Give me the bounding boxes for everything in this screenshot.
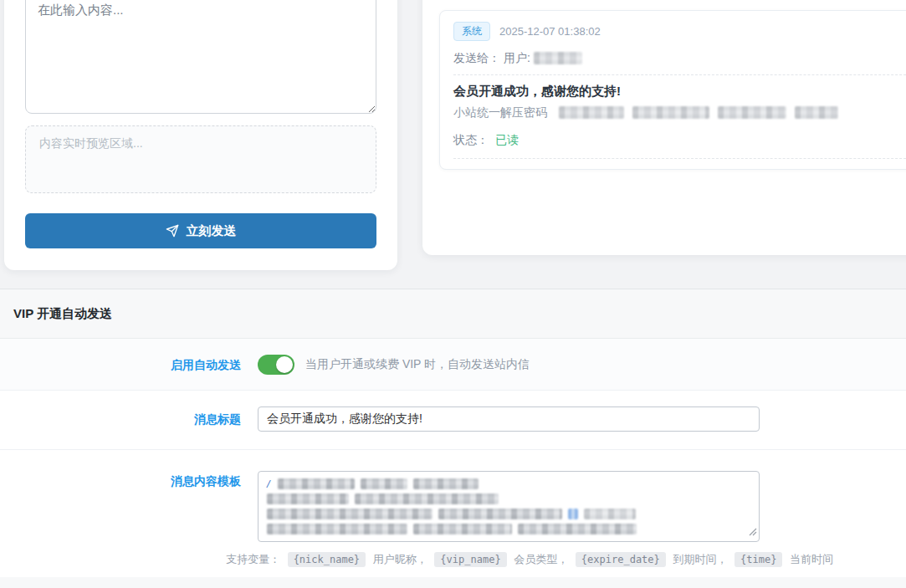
var-desc-time: 当前时间 — [790, 553, 833, 565]
toggle-knob — [276, 356, 293, 373]
variables-prefix: 支持变量： — [226, 553, 280, 565]
redacted-text — [568, 509, 578, 519]
message-title-row: 消息标题 — [0, 391, 906, 450]
var-chip-expire-date: {expire_date} — [576, 552, 666, 567]
message-body-line: 小站统一解压密码 — [453, 105, 906, 120]
auto-send-toggle[interactable] — [258, 355, 294, 375]
preview-placeholder: 内容实时预览区域... — [39, 136, 143, 150]
body-prefix: 小站统一解压密码 — [453, 105, 547, 119]
redacted-text — [718, 106, 786, 119]
message-title: 会员开通成功，感谢您的支持! — [453, 84, 906, 100]
divider — [453, 74, 906, 75]
recipient-prefix: 用户: — [504, 51, 530, 64]
var-chip-vip-name: {vip_name} — [434, 552, 506, 567]
var-desc-expire-date: 到期时间， — [673, 553, 727, 565]
message-header-row: 系统 2025-12-07 01:38:02 — [453, 22, 906, 41]
recipient-label: 发送给： — [453, 51, 500, 64]
var-chip-time: {time} — [735, 552, 782, 567]
var-chip-nick-name: {nick_name} — [288, 552, 366, 567]
template-line — [267, 523, 750, 535]
redacted-text — [267, 524, 407, 534]
send-button[interactable]: 立刻发送 — [25, 213, 376, 248]
enable-auto-send-label: 启用自动发送 — [0, 355, 241, 375]
redacted-text — [632, 106, 709, 119]
system-badge: 系统 — [453, 22, 490, 41]
redacted-text — [795, 106, 838, 119]
redacted-text — [559, 106, 624, 119]
enable-auto-send-row: 启用自动发送 当用户开通或续费 VIP 时，自动发送站内信 — [0, 339, 906, 391]
redacted-text — [278, 478, 355, 489]
status-value: 已读 — [495, 133, 519, 146]
divider — [453, 158, 906, 159]
redacted-recipient — [534, 52, 582, 64]
message-timestamp: 2025-12-07 01:38:02 — [499, 25, 601, 38]
variables-help: 支持变量： {nick_name} 用户昵称， {vip_name} 会员类型，… — [226, 552, 906, 567]
redacted-text — [438, 509, 562, 519]
redacted-text — [267, 493, 349, 504]
vip-section-header: VIP 开通自动发送 — [0, 289, 906, 339]
send-icon — [166, 224, 179, 238]
redacted-text — [355, 493, 499, 504]
template-label: 消息内容模板 — [0, 471, 241, 567]
redacted-text — [518, 524, 637, 534]
compose-panel: 内容实时预览区域... 立刻发送 — [4, 0, 397, 270]
var-desc-vip-name: 会员类型， — [514, 553, 568, 565]
var-desc-nick-name: 用户昵称， — [373, 553, 427, 565]
send-button-label: 立刻发送 — [187, 223, 237, 239]
vip-section-title: VIP 开通自动发送 — [13, 306, 112, 322]
status-label: 状态： — [453, 133, 489, 146]
resize-handle-icon[interactable] — [749, 524, 757, 539]
recipient-line: 发送给： 用户: — [453, 51, 906, 66]
status-line: 状态： 已读 — [453, 133, 906, 148]
vip-auto-send-section: VIP 开通自动发送 启用自动发送 当用户开通或续费 VIP 时，自动发送站内信… — [0, 289, 906, 588]
redacted-text — [413, 524, 512, 534]
template-first-char: / — [267, 478, 270, 490]
message-card: 系统 2025-12-07 01:38:02 发送给： 用户: 会员开通成功，感… — [439, 10, 906, 170]
compose-editor[interactable] — [25, 0, 376, 114]
redacted-text — [413, 478, 479, 489]
template-row: 消息内容模板 / — [0, 450, 906, 578]
enable-auto-send-hint: 当用户开通或续费 VIP 时，自动发送站内信 — [305, 357, 530, 372]
template-line: / — [267, 478, 750, 490]
redacted-text — [584, 509, 636, 519]
redacted-text — [361, 478, 407, 489]
template-line — [267, 508, 750, 520]
next-section-strip — [0, 577, 906, 588]
messages-panel: 系统 2025-12-07 01:38:02 发送给： 用户: 会员开通成功，感… — [422, 0, 906, 255]
redacted-text — [267, 509, 433, 519]
message-title-label: 消息标题 — [0, 406, 241, 432]
template-editor[interactable]: / — [258, 471, 760, 542]
compose-preview: 内容实时预览区域... — [25, 125, 376, 193]
message-title-input[interactable] — [258, 406, 760, 432]
template-line — [267, 493, 750, 505]
